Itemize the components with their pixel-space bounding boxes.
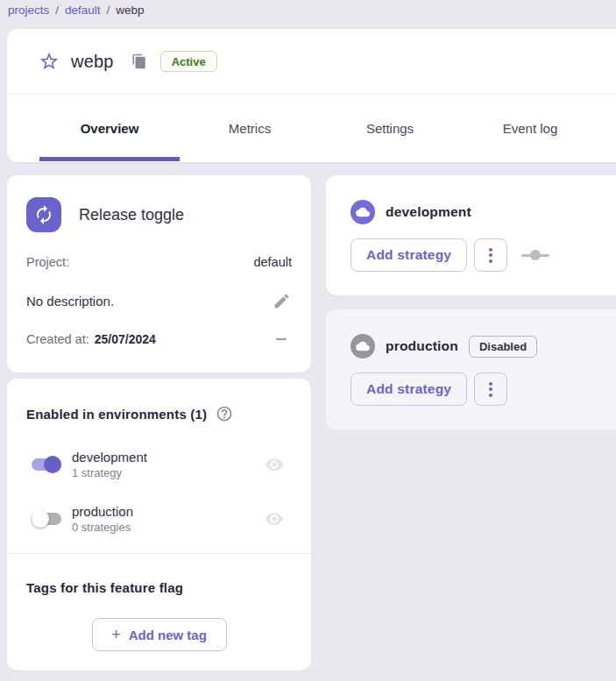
- add-new-tag-button[interactable]: + Add new tag: [92, 618, 227, 651]
- environment-texts: development 1 strategy: [72, 450, 264, 479]
- environment-name: development: [72, 450, 264, 465]
- breadcrumb-link-default[interactable]: default: [65, 4, 101, 17]
- description-text: No description.: [26, 294, 114, 309]
- development-environment-header: development: [350, 200, 616, 224]
- environment-cloud-badge: [350, 200, 375, 224]
- breadcrumb: projects / default / webp: [8, 1, 145, 18]
- environment-card-name: production: [386, 338, 458, 354]
- environment-name: production: [72, 504, 264, 519]
- production-toggle[interactable]: [32, 510, 61, 528]
- production-environment-actions: Add strategy: [350, 372, 616, 406]
- more-actions-button[interactable]: [474, 238, 507, 272]
- tab-event-log[interactable]: Event log: [460, 95, 600, 161]
- more-actions-button[interactable]: [474, 372, 507, 406]
- kebab-dot: [489, 387, 492, 391]
- tab-event-log-label: Event log: [503, 121, 558, 136]
- status-badge: Active: [160, 51, 217, 72]
- environment-strategy-count: 0 strategies: [72, 521, 264, 534]
- development-toggle[interactable]: [32, 456, 61, 473]
- flag-type-label: Release toggle: [79, 206, 184, 224]
- breadcrumb-current: webp: [116, 4, 144, 17]
- add-tag-row: + Add new tag: [26, 618, 292, 651]
- add-strategy-button[interactable]: Add strategy: [350, 372, 467, 406]
- production-environment-header: production Disabled: [350, 334, 616, 358]
- created-at-row: Created at: 25/07/2024: [26, 332, 292, 346]
- plus-icon: +: [111, 627, 121, 642]
- feature-header-card: webp Active Overview Metrics Settings Ev…: [7, 29, 616, 162]
- environments-title-row: Enabled in environments (1): [26, 405, 292, 422]
- tab-overview[interactable]: Overview: [39, 95, 180, 161]
- created-at-value: 25/07/2024: [95, 332, 156, 346]
- project-value: default: [253, 255, 292, 269]
- copy-icon: [131, 53, 147, 69]
- environment-card-name: development: [386, 204, 471, 220]
- environment-cloud-badge: [350, 334, 375, 358]
- breadcrumb-separator: /: [107, 4, 110, 17]
- help-button[interactable]: [216, 405, 233, 422]
- tags-title: Tags for this feature flag: [26, 580, 292, 595]
- tab-settings-label: Settings: [366, 121, 414, 136]
- dash-icon: [276, 338, 287, 340]
- tab-overview-label: Overview: [81, 121, 139, 136]
- pencil-icon: [273, 292, 291, 310]
- toggle-thumb: [32, 510, 49, 528]
- page-title: webp: [71, 52, 114, 72]
- kebab-dot: [489, 248, 492, 252]
- star-icon: [39, 51, 60, 72]
- production-environment-card[interactable]: production Disabled Add strategy: [326, 309, 616, 429]
- development-environment-actions: Add strategy: [350, 238, 616, 272]
- environments-title: Enabled in environments (1): [26, 407, 207, 422]
- flag-type-row: Release toggle: [26, 197, 292, 232]
- active-tab-indicator: [39, 157, 180, 161]
- disabled-badge: Disabled: [469, 336, 537, 358]
- card-divider: [7, 553, 311, 554]
- kebab-dot: [489, 253, 492, 257]
- add-strategy-button[interactable]: Add strategy: [350, 238, 467, 272]
- cloud-icon: [356, 205, 370, 219]
- eye-icon: [265, 509, 284, 528]
- project-row: Project: default: [26, 255, 292, 269]
- release-toggle-icon-badge: [26, 197, 61, 232]
- feature-title-row: webp Active: [7, 29, 616, 95]
- environments-tags-card: Enabled in environments (1) development …: [7, 379, 311, 670]
- development-environment-card[interactable]: development Add strategy: [326, 175, 616, 295]
- toggle-thumb: [44, 456, 61, 473]
- tab-settings[interactable]: Settings: [320, 95, 460, 161]
- environment-toggle-row-development: development 1 strategy: [26, 443, 292, 486]
- project-label: Project:: [26, 255, 69, 269]
- cloud-icon: [356, 339, 370, 353]
- kebab-dot: [489, 394, 492, 397]
- tab-metrics-label: Metrics: [229, 121, 271, 136]
- breadcrumb-link-projects[interactable]: projects: [8, 4, 49, 17]
- sync-arrows-icon: [33, 204, 54, 225]
- view-environment-button[interactable]: [264, 454, 285, 475]
- environment-texts: production 0 strategies: [72, 504, 264, 534]
- edit-description-button[interactable]: [271, 290, 292, 311]
- kebab-dot: [489, 382, 492, 386]
- breadcrumb-separator: /: [55, 4, 59, 17]
- description-row: No description.: [26, 290, 292, 311]
- kebab-dot: [489, 259, 492, 263]
- view-environment-button[interactable]: [264, 508, 285, 529]
- favorite-button[interactable]: [39, 51, 60, 72]
- tab-bar: Overview Metrics Settings Event log: [7, 95, 616, 161]
- status-indicator-icon: [521, 250, 549, 260]
- add-new-tag-label: Add new tag: [129, 628, 207, 642]
- environment-strategy-count: 1 strategy: [72, 466, 264, 479]
- eye-icon: [265, 455, 284, 474]
- copy-name-button[interactable]: [130, 52, 149, 71]
- help-circle-icon: [216, 405, 233, 422]
- created-at-label: Created at:: [26, 332, 89, 346]
- created-at-wrap: Created at: 25/07/2024: [26, 332, 156, 346]
- environment-toggle-row-production: production 0 strategies: [26, 498, 292, 540]
- tab-metrics[interactable]: Metrics: [180, 95, 320, 161]
- flag-details-card: Release toggle Project: default No descr…: [7, 175, 311, 372]
